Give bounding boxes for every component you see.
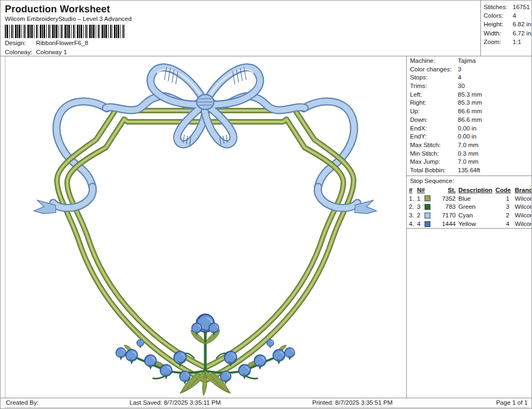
footer-created-by: Created By: xyxy=(6,399,39,406)
stat-row: Stitches:16751 xyxy=(484,4,530,12)
machine-info-row: Machine:Tajima xyxy=(410,57,529,66)
footer-last-saved: Last Saved: 8/7/2025 3:35:11 PM xyxy=(130,399,221,406)
barcode xyxy=(5,25,125,38)
thread-color-swatch xyxy=(425,204,430,210)
design-label: Design: xyxy=(5,40,26,46)
thread-color-swatch xyxy=(425,195,430,201)
footer-divider xyxy=(1,398,532,398)
design-stats-box: Stitches:16751 Colors:4 Height:6.82 in W… xyxy=(484,4,530,47)
thread-color-swatch xyxy=(425,221,430,227)
panel-divider xyxy=(406,56,407,398)
machine-info-row: Min Stitch:0.3 mm xyxy=(410,150,529,159)
machine-info-row: Left:85.3 mm xyxy=(410,91,529,100)
production-worksheet-page: Production Worksheet Wilcom EmbroiderySt… xyxy=(0,0,532,409)
stat-row: Width:6.72 in xyxy=(484,30,530,39)
stop-sequence-header: # N# St. Description Code Brand xyxy=(409,186,531,194)
stat-row: Zoom:1:1 xyxy=(484,39,530,47)
stat-row: Colors:4 xyxy=(484,12,530,21)
machine-info-row: EndY:0.00 in xyxy=(410,133,529,142)
footer-page-number: Page 1 of 1 xyxy=(496,399,528,406)
machine-info-row: Down:86.6 mm xyxy=(410,116,529,125)
machine-info-row: EndX:0.00 in xyxy=(410,125,529,134)
machine-info-row: Up:86.6 mm xyxy=(410,108,529,116)
page-title: Production Worksheet xyxy=(5,4,110,15)
machine-info-row: Color changes:3 xyxy=(410,66,529,75)
machine-info-row: Total Bobbin:135.64ft xyxy=(410,167,529,176)
machine-info-row: Right:85.3 mm xyxy=(410,99,529,108)
stop-sequence-row: 2. 3 783 Green 3 Wilcom xyxy=(409,203,531,211)
stats-box-divider xyxy=(480,1,481,56)
machine-info-panel: Machine:Tajima Color changes:3 Stops:4 T… xyxy=(410,57,529,176)
stop-sequence-table: # N# St. Description Code Brand 1. 1 735… xyxy=(409,186,531,228)
footer-printed: Printed: 8/7/2025 3:35:51 PM xyxy=(312,399,393,406)
stop-sequence-row: 3. 2 7170 Cyan 2 Wilcom xyxy=(409,211,531,220)
stop-sequence-row: 4. 4 1444 Yellow 4 Wilcom xyxy=(409,220,531,228)
colorway-label: Colorway: xyxy=(5,49,32,55)
stat-row: Height:6.82 in xyxy=(484,21,530,30)
stop-sequence-title: Stop Sequence: xyxy=(410,178,454,184)
colorway-name: Colorway 1 xyxy=(36,49,67,55)
machine-info-row: Max Stitch:7.0 mm xyxy=(410,142,529,150)
design-name: RibbonFlowerF6_8 xyxy=(36,40,88,46)
machine-info-row: Trims:30 xyxy=(410,83,529,91)
thread-color-swatch xyxy=(425,213,430,218)
embroidery-design-preview: .rb.d{fill:none;stroke:#5d83b5;stroke-wi… xyxy=(5,56,406,398)
machine-info-row: Stops:4 xyxy=(410,74,529,83)
machine-info-row: Max Jump:7.0 mm xyxy=(410,158,529,167)
ribbon-bow xyxy=(34,67,377,214)
software-subtitle: Wilcom EmbroideryStudio – Level 3 Advanc… xyxy=(5,16,132,22)
stop-sequence-row: 1. 1 7352 Blue 1 Wilcom xyxy=(409,194,531,203)
